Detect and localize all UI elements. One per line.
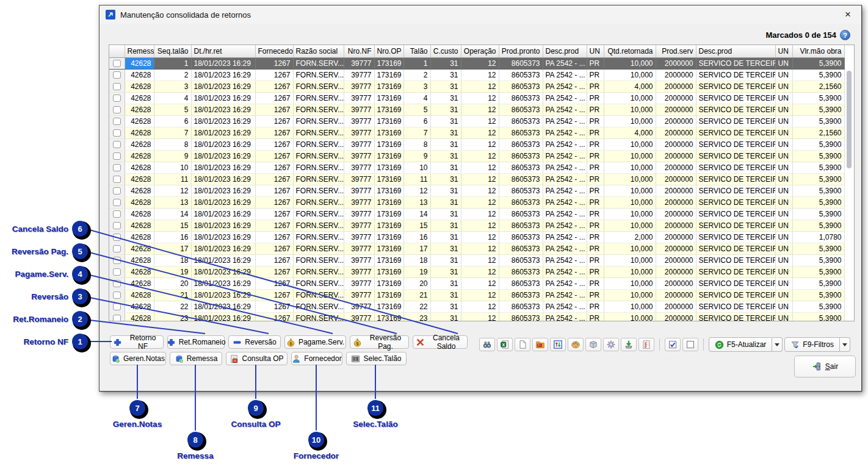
row-checkbox[interactable] (113, 268, 121, 276)
column-header-checkbox[interactable] (109, 45, 125, 57)
row-checkbox[interactable] (113, 141, 121, 148)
table-row[interactable]: 42628718/01/2023 16:291267FORN.SERV...39… (109, 127, 844, 138)
help-icon[interactable]: ? (840, 30, 850, 40)
cell-nro_op: 173169 (374, 162, 403, 173)
table-row[interactable]: 426282018/01/2023 16:291267FORN.SERV...3… (109, 277, 844, 289)
table-row[interactable]: 42628518/01/2023 16:291267FORN.SERV...39… (109, 104, 844, 115)
column-header-c-custo[interactable]: C.custo (430, 45, 461, 57)
row-checkbox[interactable] (113, 129, 121, 137)
table-row[interactable]: 426281818/01/2023 16:291267FORN.SERV...3… (109, 254, 844, 266)
columns-button[interactable] (550, 338, 566, 351)
row-checkbox[interactable] (113, 164, 121, 171)
close-button[interactable]: × (841, 8, 855, 21)
folder-button[interactable] (532, 338, 548, 351)
remessa-button[interactable]: Remessa (170, 352, 222, 365)
ret-romaneio-button[interactable]: Ret.Romaneio (167, 335, 225, 349)
revers-o-button[interactable]: Reversão (228, 335, 281, 349)
table-row[interactable]: 42628918/01/2023 16:291267FORN.SERV...39… (109, 150, 844, 162)
table-row[interactable]: 426281118/01/2023 16:291267FORN.SERV...3… (109, 173, 844, 185)
table-row[interactable]: 426281918/01/2023 16:291267FORN.SERV...3… (109, 266, 844, 277)
row-checkbox[interactable] (113, 152, 121, 160)
table-row[interactable]: 426281218/01/2023 16:291267FORN.SERV...3… (109, 185, 844, 196)
column-header-dt-hr-ret[interactable]: Dt./hr.ret (191, 45, 255, 57)
table-row[interactable]: 426281518/01/2023 16:291267FORN.SERV...3… (109, 220, 844, 231)
exit-button[interactable]: Sair (794, 356, 856, 377)
retorno-nf-button[interactable]: Retorno NF (110, 335, 164, 349)
row-checkbox[interactable] (113, 95, 121, 102)
table-row[interactable]: 426281318/01/2023 16:291267FORN.SERV...3… (109, 196, 844, 208)
column-header-vlr-m-o-obra[interactable]: Vlr.mão obra (792, 45, 844, 57)
table-row[interactable]: 426281718/01/2023 16:291267FORN.SERV...3… (109, 243, 844, 254)
table-row[interactable]: 426282218/01/2023 16:291267FORN.SERV...3… (109, 301, 844, 312)
cell-prod_serv: 2000000 (656, 104, 696, 115)
column-header-qtd-retornada[interactable]: Qtd.retornada (604, 45, 656, 57)
column-header-opera-o[interactable]: Operação (461, 45, 499, 57)
pagame-serv--button[interactable]: $Pagame.Serv. (284, 335, 346, 349)
row-checkbox[interactable] (113, 71, 121, 79)
row-checkbox[interactable] (113, 303, 121, 310)
table-row[interactable]: 426282318/01/2023 16:291267FORN.SERV...3… (109, 312, 844, 321)
row-checkbox[interactable] (113, 257, 121, 264)
row-checkbox[interactable] (113, 245, 121, 252)
table-row[interactable]: 426281618/01/2023 16:291267FORN.SERV...3… (109, 231, 844, 243)
row-checkbox[interactable] (113, 118, 121, 125)
geren-notas-button[interactable]: Geren.Notas (110, 352, 166, 365)
returns-table: RemessaSeq.talãoDt./hr.retFornecedorRazã… (109, 45, 855, 321)
column-header-seq-tal-o[interactable]: Seq.talão (154, 45, 191, 57)
unchecked-box-button[interactable] (682, 338, 698, 351)
column-header-remessa[interactable]: Remessa (125, 45, 154, 57)
excel-button[interactable]: X (497, 338, 513, 351)
palette-button[interactable] (568, 338, 584, 351)
table-row[interactable]: 426281018/01/2023 16:291267FORN.SERV...3… (109, 162, 844, 173)
column-header-un[interactable]: UN (587, 45, 604, 57)
table-row[interactable]: 42628418/01/2023 16:291267FORN.SERV...39… (109, 92, 844, 104)
row-checkbox[interactable] (113, 234, 121, 241)
row-checkbox[interactable] (113, 106, 121, 113)
column-header-prod-serv[interactable]: Prod.serv (656, 45, 696, 57)
column-header-desc-prod[interactable]: Desc.prod (696, 45, 775, 57)
table-row[interactable]: 42628318/01/2023 16:291267FORN.SERV...39… (109, 80, 844, 92)
column-header-nro-nf[interactable]: Nro.NF (344, 45, 374, 57)
row-checkbox[interactable] (113, 291, 121, 299)
cell-razao: FORN.SERV... (293, 301, 344, 312)
row-checkbox[interactable] (113, 210, 121, 218)
package-button[interactable] (585, 338, 601, 351)
column-header-nro-op[interactable]: Nro.OP (374, 45, 403, 57)
column-header-desc-prod[interactable]: Desc.prod (543, 45, 587, 57)
column-header-prod-pronto[interactable]: Prod.pronto (499, 45, 543, 57)
row-checkbox[interactable] (113, 315, 121, 321)
vertical-scrollbar[interactable] (847, 71, 852, 168)
row-checkbox[interactable] (113, 222, 121, 229)
revers-o-pag--button[interactable]: $Reversão Pag. (350, 335, 409, 349)
row-checkbox[interactable] (113, 187, 121, 195)
download-button[interactable] (621, 338, 637, 351)
row-checkbox[interactable] (113, 60, 121, 67)
fornecedor-button[interactable]: Fornecedor (291, 352, 342, 365)
table-row[interactable]: 426282118/01/2023 16:291267FORN.SERV...3… (109, 289, 844, 301)
f9-filters-button[interactable]: F9-Filtros (784, 337, 840, 352)
f5-refresh-button[interactable]: F5-Atualizar (709, 337, 773, 352)
gear-button[interactable] (603, 338, 619, 351)
row-checkbox[interactable] (113, 280, 121, 287)
row-checkbox[interactable] (113, 176, 121, 183)
f5-refresh-dropdown[interactable] (772, 337, 783, 352)
binoculars-button[interactable] (479, 338, 495, 351)
table-row[interactable]: 42628618/01/2023 16:291267FORN.SERV...39… (109, 115, 844, 127)
table-row[interactable]: 42628218/01/2023 16:291267FORN.SERV...39… (109, 69, 844, 80)
f9-filters-dropdown[interactable] (840, 337, 850, 352)
row-checkbox[interactable] (113, 83, 121, 90)
checked-box-button[interactable] (665, 338, 681, 351)
column-header-raz-o-social[interactable]: Razão social (293, 45, 344, 57)
column-header-un[interactable]: UN (775, 45, 792, 57)
checklist-button[interactable] (638, 338, 654, 351)
selec-tal-o-button[interactable]: Selec.Talão (346, 352, 407, 365)
table-row[interactable]: 42628818/01/2023 16:291267FORN.SERV...39… (109, 138, 844, 150)
cancela-saldo-button[interactable]: Cancela Saldo (413, 335, 468, 349)
table-row[interactable]: 42628118/01/2023 16:291267FORN.SERV...39… (109, 57, 844, 69)
row-checkbox[interactable] (113, 199, 121, 206)
consulta-op-button[interactable]: Consulta OP (226, 352, 288, 365)
table-row[interactable]: 426281418/01/2023 16:291267FORN.SERV...3… (109, 208, 844, 220)
column-header-fornecedor[interactable]: Fornecedor (255, 45, 293, 57)
column-header-tal-o[interactable]: Talão (403, 45, 430, 57)
new-document-button[interactable] (515, 338, 530, 351)
